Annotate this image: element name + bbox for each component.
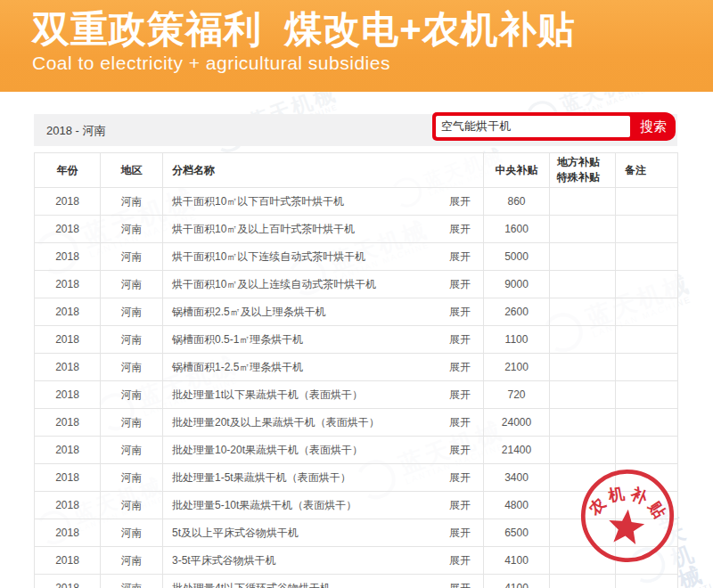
cell-category: 批处理量1t以下果蔬烘干机（表面烘干）展开 (163, 381, 484, 409)
stamp-star-icon (607, 508, 646, 545)
cell-year: 2018 (35, 188, 101, 216)
search-box: 搜索 (432, 112, 676, 141)
table-row: 2018河南锅槽面积1-2.5㎡理条烘干机展开2100 (35, 354, 678, 381)
cell-note (616, 271, 678, 298)
category-name: 锅槽面积1-2.5㎡理条烘干机 (172, 360, 303, 375)
category-name: 批处理量1-5t果蔬烘干机（表面烘干） (172, 470, 351, 486)
cell-year: 2018 (35, 519, 101, 547)
category-name: 批处理量10-20t果蔬烘干机（表面烘干） (172, 443, 363, 458)
cell-year: 2018 (35, 298, 101, 326)
cell-year: 2018 (35, 326, 101, 354)
cell-central-subsidy: 5000 (484, 243, 550, 271)
cell-category: 锅槽面积0.5-1㎡理条烘干机展开 (163, 326, 484, 354)
category-name: 锅槽面积0.5-1㎡理条烘干机 (172, 332, 303, 347)
expand-link[interactable]: 展开 (449, 388, 471, 403)
category-name: 批处理量1t以下果蔬烘干机（表面烘干） (172, 388, 363, 403)
cell-category: 烘干面积10㎡及以上百叶式茶叶烘干机展开 (163, 216, 484, 243)
expand-link[interactable]: 展开 (449, 249, 471, 265)
cell-central-subsidy: 24000 (484, 409, 550, 437)
category-name: 烘干面积10㎡以下百叶式茶叶烘干机 (172, 194, 344, 209)
cell-year: 2018 (35, 216, 101, 243)
table-row: 2018河南锅槽面积2.5㎡及以上理条烘干机展开2600 (35, 298, 678, 326)
col-note: 备注 (616, 153, 678, 188)
cell-region: 河南 (101, 437, 163, 464)
page-subtitle: Coal to electricity + agricultural subsi… (32, 53, 713, 74)
expand-link[interactable]: 展开 (449, 194, 471, 209)
expand-link[interactable]: 展开 (449, 526, 471, 541)
col-local-subsidy: 地方补贴 特殊补贴 (550, 153, 616, 188)
cell-central-subsidy: 1100 (484, 326, 550, 354)
cell-region: 河南 (101, 575, 163, 588)
cell-category: 烘干面积10㎡以下连续自动式茶叶烘干机展开 (163, 243, 484, 271)
cell-note (616, 409, 678, 437)
cell-year: 2018 (35, 381, 101, 409)
filter-bar: 2018 - 河南 搜索 (34, 114, 677, 146)
cell-region: 河南 (101, 409, 163, 437)
expand-link[interactable]: 展开 (449, 553, 471, 568)
category-name: 5t及以上平床式谷物烘干机 (172, 526, 299, 541)
cell-central-subsidy: 4100 (484, 547, 550, 575)
cell-category: 批处理量4t以下循环式谷物烘干机展开 (163, 575, 484, 588)
expand-link[interactable]: 展开 (449, 470, 471, 486)
category-name: 烘干面积10㎡及以上百叶式茶叶烘干机 (172, 222, 355, 237)
cell-region: 河南 (101, 547, 163, 575)
search-button[interactable]: 搜索 (631, 112, 676, 141)
cell-category: 烘干面积10㎡及以上连续自动式茶叶烘干机展开 (163, 271, 484, 298)
expand-link[interactable]: 展开 (449, 332, 471, 347)
col-local-subsidy-line2: 特殊补贴 (557, 170, 614, 185)
cell-region: 河南 (101, 464, 163, 492)
expand-link[interactable]: 展开 (449, 443, 471, 458)
breadcrumb: 2018 - 河南 (46, 123, 105, 139)
cell-local-subsidy (550, 216, 616, 243)
cell-year: 2018 (35, 492, 101, 519)
cell-local-subsidy (550, 188, 616, 216)
cell-category: 批处理量5-10t果蔬烘干机（表面烘干）展开 (163, 492, 484, 519)
cell-region: 河南 (101, 381, 163, 409)
cell-year: 2018 (35, 575, 101, 588)
expand-link[interactable]: 展开 (449, 222, 471, 237)
cell-note (616, 381, 678, 409)
category-name: 烘干面积10㎡以下连续自动式茶叶烘干机 (172, 249, 365, 265)
page-title: 双重政策福利 煤改电+农机补贴 (32, 9, 713, 50)
banner: 双重政策福利 煤改电+农机补贴 Coal to electricity + ag… (0, 0, 713, 92)
expand-link[interactable]: 展开 (449, 360, 471, 375)
category-name: 批处理量20t及以上果蔬烘干机（表面烘干） (172, 415, 380, 430)
expand-link[interactable]: 展开 (449, 277, 471, 292)
search-input[interactable] (436, 116, 630, 137)
cell-local-subsidy (550, 271, 616, 298)
cell-local-subsidy (550, 354, 616, 381)
cell-local-subsidy (550, 243, 616, 271)
cell-central-subsidy: 9000 (484, 271, 550, 298)
watermark-latin-text: LANTIAN MACHINE (684, 576, 713, 588)
cell-year: 2018 (35, 547, 101, 575)
cell-local-subsidy (550, 575, 616, 588)
cell-note (616, 188, 678, 216)
cell-local-subsidy (550, 437, 616, 464)
cell-region: 河南 (101, 271, 163, 298)
cell-region: 河南 (101, 216, 163, 243)
cell-note (616, 216, 678, 243)
col-year: 年份 (35, 153, 101, 188)
cell-local-subsidy (550, 381, 616, 409)
expand-link[interactable]: 展开 (449, 415, 471, 430)
table-row: 2018河南批处理量1t以下果蔬烘干机（表面烘干）展开720 (35, 381, 678, 409)
expand-link[interactable]: 展开 (449, 581, 471, 588)
expand-link[interactable]: 展开 (449, 305, 471, 320)
cell-local-subsidy (550, 298, 616, 326)
cell-central-subsidy: 2600 (484, 298, 550, 326)
cell-region: 河南 (101, 298, 163, 326)
header-row: 年份 地区 分档名称 中央补贴 地方补贴 特殊补贴 备注 (35, 153, 678, 188)
cell-central-subsidy: 21400 (484, 437, 550, 464)
cell-region: 河南 (101, 188, 163, 216)
cell-region: 河南 (101, 519, 163, 547)
col-category: 分档名称 (163, 153, 484, 188)
cell-region: 河南 (101, 243, 163, 271)
cell-central-subsidy: 4800 (484, 492, 550, 519)
cell-local-subsidy (550, 409, 616, 437)
cell-category: 批处理量1-5t果蔬烘干机（表面烘干）展开 (163, 464, 484, 492)
cell-year: 2018 (35, 437, 101, 464)
cell-central-subsidy: 3400 (484, 464, 550, 492)
expand-link[interactable]: 展开 (449, 498, 471, 513)
subsidy-stamp: 农机补贴 (572, 461, 682, 570)
cell-note (616, 243, 678, 271)
